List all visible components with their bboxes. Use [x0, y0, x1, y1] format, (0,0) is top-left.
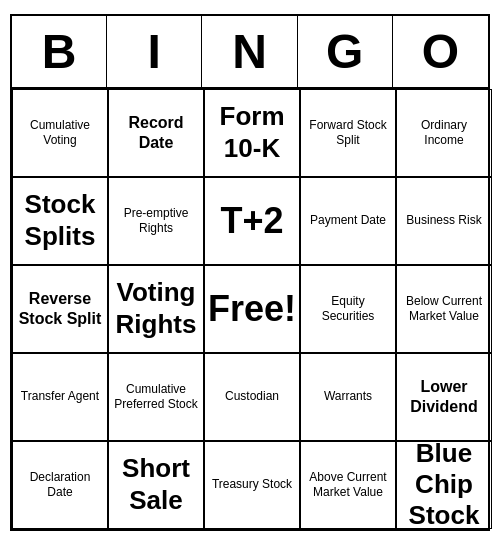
- cell-text-17: Custodian: [225, 389, 279, 403]
- bingo-cell-23: Above Current Market Value: [300, 441, 396, 529]
- cell-text-24: Blue Chip Stock: [401, 441, 487, 529]
- bingo-cell-13: Equity Securities: [300, 265, 396, 353]
- header-letter-b: B: [12, 16, 107, 87]
- header-letter-n: N: [202, 16, 297, 87]
- bingo-cell-6: Pre-emptive Rights: [108, 177, 204, 265]
- cell-text-2: Form 10-K: [209, 101, 295, 163]
- cell-text-10: Reverse Stock Split: [17, 289, 103, 327]
- cell-text-9: Business Risk: [406, 213, 481, 227]
- cell-text-19: Lower Dividend: [401, 377, 487, 415]
- bingo-cell-21: Short Sale: [108, 441, 204, 529]
- bingo-cell-14: Below Current Market Value: [396, 265, 492, 353]
- header-letter-g: G: [298, 16, 393, 87]
- cell-text-18: Warrants: [324, 389, 372, 403]
- bingo-cell-24: Blue Chip Stock: [396, 441, 492, 529]
- cell-text-21: Short Sale: [113, 453, 199, 515]
- bingo-cell-7: T+2: [204, 177, 300, 265]
- bingo-cell-10: Reverse Stock Split: [12, 265, 108, 353]
- bingo-cell-11: Voting Rights: [108, 265, 204, 353]
- cell-text-12: Free!: [208, 287, 296, 330]
- bingo-cell-22: Treasury Stock: [204, 441, 300, 529]
- bingo-cell-17: Custodian: [204, 353, 300, 441]
- bingo-cell-3: Forward Stock Split: [300, 89, 396, 177]
- bingo-cell-2: Form 10-K: [204, 89, 300, 177]
- cell-text-8: Payment Date: [310, 213, 386, 227]
- header-letter-i: I: [107, 16, 202, 87]
- cell-text-0: Cumulative Voting: [17, 118, 103, 147]
- cell-text-13: Equity Securities: [305, 294, 391, 323]
- cell-text-7: T+2: [220, 199, 283, 242]
- cell-text-22: Treasury Stock: [212, 477, 292, 491]
- bingo-cell-8: Payment Date: [300, 177, 396, 265]
- bingo-cell-5: Stock Splits: [12, 177, 108, 265]
- bingo-cell-19: Lower Dividend: [396, 353, 492, 441]
- bingo-cell-9: Business Risk: [396, 177, 492, 265]
- cell-text-1: Record Date: [113, 113, 199, 151]
- bingo-cell-15: Transfer Agent: [12, 353, 108, 441]
- cell-text-4: Ordinary Income: [401, 118, 487, 147]
- cell-text-11: Voting Rights: [113, 277, 199, 339]
- bingo-cell-20: Declaration Date: [12, 441, 108, 529]
- bingo-card: BINGO Cumulative VotingRecord DateForm 1…: [10, 14, 490, 531]
- bingo-cell-18: Warrants: [300, 353, 396, 441]
- cell-text-20: Declaration Date: [17, 470, 103, 499]
- cell-text-15: Transfer Agent: [21, 389, 99, 403]
- header-letter-o: O: [393, 16, 488, 87]
- bingo-grid: Cumulative VotingRecord DateForm 10-KFor…: [12, 89, 488, 529]
- bingo-cell-4: Ordinary Income: [396, 89, 492, 177]
- bingo-cell-16: Cumulative Preferred Stock: [108, 353, 204, 441]
- bingo-cell-0: Cumulative Voting: [12, 89, 108, 177]
- cell-text-6: Pre-emptive Rights: [113, 206, 199, 235]
- cell-text-16: Cumulative Preferred Stock: [113, 382, 199, 411]
- bingo-cell-1: Record Date: [108, 89, 204, 177]
- bingo-header: BINGO: [12, 16, 488, 89]
- cell-text-23: Above Current Market Value: [305, 470, 391, 499]
- cell-text-5: Stock Splits: [17, 189, 103, 251]
- bingo-cell-12: Free!: [204, 265, 300, 353]
- cell-text-3: Forward Stock Split: [305, 118, 391, 147]
- cell-text-14: Below Current Market Value: [401, 294, 487, 323]
